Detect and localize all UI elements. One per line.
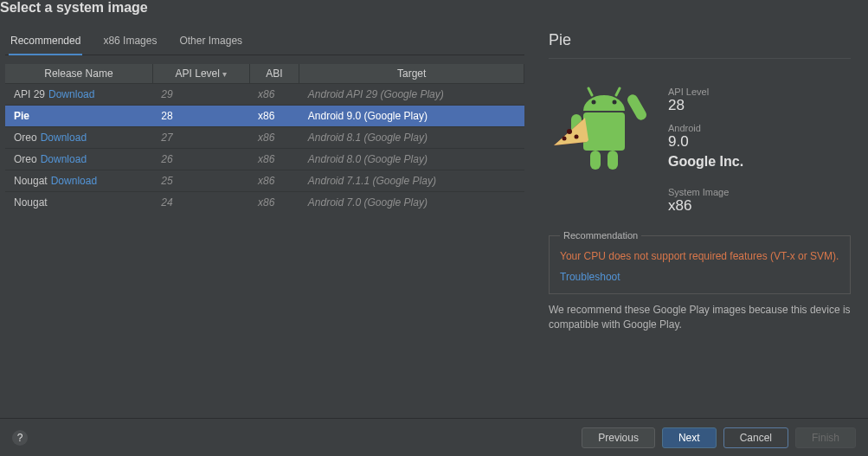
release-name: Pie [14,110,29,122]
cell-abi: x86 [249,149,299,170]
download-link[interactable]: Download [51,175,97,187]
sysimg-value: x86 [668,197,743,215]
release-name: Oreo [14,132,37,144]
download-link[interactable]: Download [41,153,87,165]
api-level-value: 28 [668,97,743,114]
col-api-level[interactable]: API Level [152,64,249,84]
cell-api: 26 [152,149,249,170]
download-link[interactable]: Download [41,132,87,144]
release-name: Nougat [14,175,48,187]
svg-rect-0 [626,93,648,122]
cell-api: 24 [152,192,249,214]
sysimg-label: System Image [668,187,743,197]
release-name: API 29 [14,88,45,100]
download-link[interactable]: Download [48,88,94,100]
cell-api: 28 [152,106,249,127]
cell-abi: x86 [249,106,299,127]
svg-point-10 [575,135,579,139]
recommendation-box: Recommendation Your CPU does not support… [549,230,851,294]
svg-point-1 [592,100,596,105]
svg-point-11 [563,137,567,141]
table-row[interactable]: Nougat24x86Android 7.0 (Google Play) [5,192,524,214]
system-image-table: Release NameAPI LevelABITarget API 29Dow… [5,64,524,213]
next-button[interactable]: Next [662,427,717,448]
svg-rect-5 [583,112,625,151]
help-button[interactable]: ? [12,430,28,446]
svg-point-9 [567,129,572,134]
troubleshoot-link[interactable]: Troubleshoot [560,271,620,283]
col-release-name[interactable]: Release Name [5,64,152,84]
api-level-label: API Level [668,87,743,97]
cell-target: Android 7.0 (Google Play) [299,192,524,214]
android-value: 9.0 [668,133,743,151]
table-row[interactable]: NougatDownload25x86Android 7.1.1 (Google… [5,170,524,192]
tab-other-images[interactable]: Other Images [177,29,244,55]
tab-recommended[interactable]: Recommended [9,29,82,55]
cell-abi: x86 [249,170,299,192]
company-value: Google Inc. [668,154,743,170]
col-target[interactable]: Target [299,64,524,84]
cell-api: 25 [152,170,249,192]
cell-target: Android 8.0 (Google Play) [299,149,524,170]
table-row[interactable]: OreoDownload26x86Android 8.0 (Google Pla… [5,149,524,170]
cell-target: Android 7.1.1 (Google Play) [299,170,524,192]
cell-target: Android 9.0 (Google Play) [299,106,524,127]
recommendation-note: We recommend these Google Play images be… [549,303,851,332]
cell-target: Android 8.1 (Google Play) [299,127,524,149]
col-abi[interactable]: ABI [249,64,299,84]
svg-point-2 [613,100,617,105]
svg-line-3 [588,88,592,95]
svg-rect-8 [608,151,618,170]
cell-abi: x86 [249,84,299,106]
release-name: Oreo [14,153,37,165]
finish-button: Finish [795,427,856,448]
cancel-button[interactable]: Cancel [723,427,788,448]
cell-abi: x86 [249,192,299,214]
page-title: Select a system image [0,0,868,24]
cell-target: Android API 29 (Google Play) [299,84,524,106]
svg-rect-7 [590,151,601,170]
detail-title: Pie [549,24,851,59]
previous-button[interactable]: Previous [582,427,655,448]
cell-api: 29 [152,84,249,106]
cell-abi: x86 [249,127,299,149]
table-row[interactable]: OreoDownload27x86Android 8.1 (Google Pla… [5,127,524,149]
release-name: Nougat [14,196,48,209]
android-label: Android [668,123,743,133]
cell-api: 27 [152,127,249,149]
recommendation-legend: Recommendation [560,230,641,241]
table-row[interactable]: Pie28x86Android 9.0 (Google Play) [5,106,524,127]
tab-x86-images[interactable]: x86 Images [101,29,158,55]
cpu-warning: Your CPU does not support required featu… [560,249,839,264]
table-row[interactable]: API 29Download29x86Android API 29 (Googl… [5,84,524,106]
svg-line-4 [616,88,620,95]
android-logo [549,78,653,182]
tab-bar: Recommendedx86 ImagesOther Images [5,24,524,55]
